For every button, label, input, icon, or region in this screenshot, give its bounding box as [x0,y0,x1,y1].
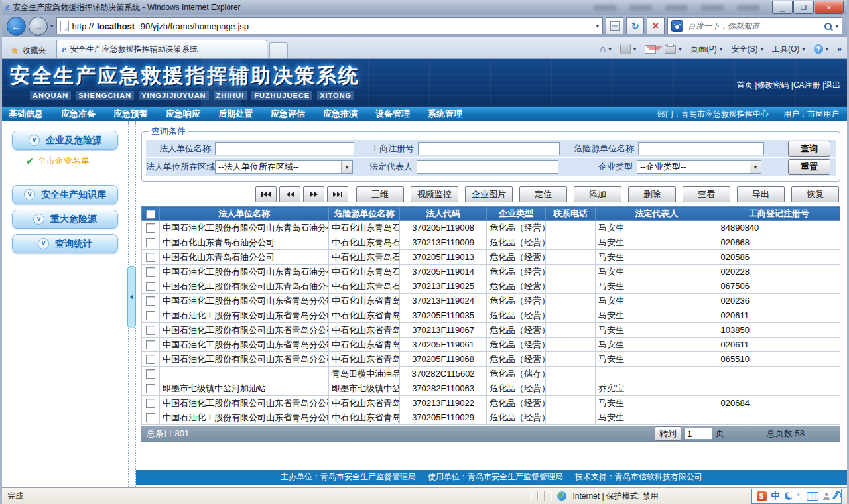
pager-prev-button[interactable] [279,186,300,202]
fullwidth-toggle-icon[interactable] [785,492,793,500]
search-dropdown-icon[interactable]: ▾ [835,23,838,29]
row-checkbox[interactable] [146,223,155,233]
action-button[interactable]: 查看 [683,186,730,202]
mail-button[interactable] [645,45,656,54]
pager-last-button[interactable] [327,186,348,202]
row-checkbox[interactable] [146,340,155,349]
row-checkbox[interactable] [146,326,155,335]
ime-mode-toggle[interactable]: 中 [771,490,780,502]
row-checkbox[interactable] [146,267,155,277]
active-tab[interactable]: e 安全生产应急救援指挥辅助决策系统 [56,40,267,58]
page-menu[interactable]: 页面(P)▾ [690,44,723,55]
search-button[interactable]: 查询 [788,141,830,157]
back-button[interactable]: ← [7,17,26,36]
header-link[interactable]: 退出 [820,80,840,91]
legal-rep-input[interactable] [417,160,558,174]
print-button[interactable]: ▾ [665,45,682,54]
cell-reg-no [718,410,840,425]
corp-name-input[interactable] [215,142,354,155]
region-select[interactable]: --法人单位所在区域--▼ [215,160,353,174]
main-menu-item[interactable]: 应急评估 [271,108,305,120]
main-menu-item[interactable]: 基础信息 [9,108,43,120]
row-checkbox[interactable] [146,399,155,408]
history-dropdown-icon[interactable]: ▾ [50,23,54,29]
main-menu-item[interactable]: 应急预警 [113,108,148,120]
pager-next-button[interactable] [303,186,324,202]
pinyin-chip: XITONG [317,91,354,100]
sidebar-collapse-handle[interactable] [127,266,136,328]
action-button[interactable]: 导出 [737,186,785,202]
main-menu-item[interactable]: 系统管理 [428,108,462,120]
action-button[interactable]: 视频监控 [411,186,458,202]
search-box[interactable]: ▾ [667,17,842,34]
sogou-icon[interactable]: S [757,491,767,501]
pager-first-button[interactable] [255,186,277,202]
page-number-input[interactable] [685,428,712,440]
row-checkbox[interactable] [146,369,155,379]
main-menu-item[interactable]: 设备管理 [375,108,410,120]
url-dropdown-icon[interactable]: ▾ [596,23,599,29]
row-checkbox[interactable] [146,311,155,320]
favorites-button[interactable]: ★ 收藏夹 [5,42,52,58]
header-link[interactable]: 修改密码 [753,80,789,91]
tools-menu[interactable]: 工具(O)▾ [772,44,805,55]
reg-no-label: 工商注册号 [354,143,418,155]
row-checkbox[interactable] [146,253,155,262]
row-checkbox[interactable] [146,238,155,247]
action-button[interactable]: 企业图片 [465,186,513,202]
help-menu[interactable]: ?▾ [814,44,829,54]
sidebar-item-city-enterprise-list[interactable]: ✔ 全市企业名单 [26,155,128,167]
sidebar-group[interactable]: 重大危险源 [12,210,118,229]
reset-button[interactable]: 重置 [788,159,830,175]
forward-button[interactable]: → [29,17,48,36]
search-input[interactable] [686,21,821,31]
action-button[interactable]: 定位 [519,186,567,202]
reg-no-input[interactable] [418,142,560,155]
stop-button[interactable]: × [647,17,665,34]
main-menu-item[interactable]: 应急准备 [61,108,96,120]
row-checkbox[interactable] [146,296,155,306]
action-button[interactable]: 三维 [356,186,404,202]
safety-menu[interactable]: 安全(S)▾ [731,44,763,55]
cell-corp-name: 中国石油化工股份有限公司山东省青岛分公司 [160,352,329,367]
row-checkbox[interactable] [146,282,155,291]
address-input[interactable]: http://localhost:90/yjzh/frame/homepage.… [56,17,603,34]
search-icon[interactable] [824,23,832,30]
main-menu-item[interactable]: 应急推演 [323,108,358,120]
main-menu-item[interactable]: 后期处置 [218,108,253,120]
feeds-button[interactable]: ▾ [620,44,637,54]
sidebar-group-enterprise-hazard[interactable]: 企业及危险源 [12,131,118,150]
ime-account-icon[interactable] [823,497,830,500]
minimize-button[interactable]: ▁ [772,1,793,14]
sidebar-group[interactable]: 安全生产知识库 [12,185,118,204]
cell-legal-rep: 马安生 [596,396,718,410]
action-button[interactable]: 添加 [574,186,621,202]
punctuation-toggle[interactable]: °, [797,492,802,500]
ime-settings-icon[interactable] [832,493,838,499]
main-menu-item[interactable]: 应急响应 [166,108,200,120]
chevron-circle-icon [29,135,40,146]
hazard-name-input[interactable] [638,142,764,155]
close-button[interactable]: ✕ [815,1,844,14]
row-checkbox[interactable] [146,355,155,364]
row-checkbox[interactable] [146,384,155,393]
compatibility-view-button[interactable] [606,17,623,34]
cell-corp-code: 370282C115602 [400,367,487,381]
goto-page-button[interactable]: 转到 [655,426,681,441]
refresh-button[interactable]: ↻ [626,17,644,34]
toolbar-overflow-button[interactable]: » [837,44,842,54]
action-button[interactable]: 删除 [628,186,676,202]
cell-legal-rep: 马安生 [596,235,718,250]
restore-button[interactable]: ❐ [793,1,814,14]
select-all-checkbox[interactable] [146,210,155,219]
row-checkbox[interactable] [146,413,155,422]
action-button[interactable]: 恢复 [791,186,839,202]
cell-hazard-name: 青岛田横中油油品销售有限公司 [329,367,400,381]
new-tab-button[interactable] [269,42,288,58]
home-button[interactable]: ⌂▾ [600,45,612,53]
sidebar-group[interactable]: 查询统计 [12,234,118,253]
header-link[interactable]: 首页 [737,80,753,91]
ent-type-select[interactable]: --企业类型--▼ [637,160,761,174]
header-link[interactable]: CA注册 [789,80,820,91]
soft-keyboard-icon[interactable] [807,492,818,501]
